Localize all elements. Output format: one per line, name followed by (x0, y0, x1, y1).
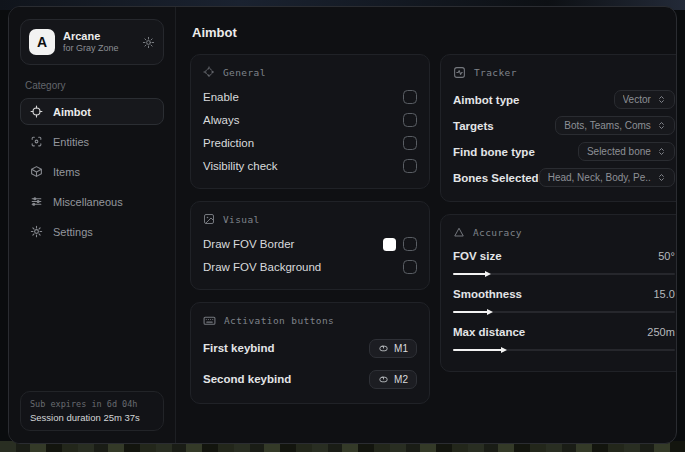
find-bone-type-dropdown[interactable]: Selected bone (578, 142, 675, 161)
sidebar-item-label: Settings (53, 226, 93, 238)
first-keybind-button[interactable]: M1 (369, 339, 417, 358)
row-label: Draw FOV Border (203, 238, 294, 250)
dropdown-value: Vector (623, 94, 651, 105)
toggle-row-enable: Enable (203, 86, 417, 108)
app-logo: A (29, 29, 55, 55)
app-window: A Arcane for Gray Zone Category Aimbot (8, 6, 677, 444)
crosshair-icon (30, 105, 43, 118)
accuracy-card-header: Accuracy (453, 226, 675, 238)
dropdown-row-aimbot-type: Aimbot type Vector (453, 87, 675, 112)
prediction-checkbox[interactable] (403, 136, 417, 150)
sidebar-item-settings[interactable]: Settings (20, 218, 164, 245)
triangle-icon (453, 226, 465, 238)
sidebar-item-label: Items (53, 166, 80, 178)
activation-buttons-card: Activation buttons First keybind M1 Seco… (190, 302, 430, 404)
fov-size-slider[interactable] (453, 273, 675, 275)
mouse-icon (378, 374, 389, 385)
draw-fov-border-checkbox[interactable] (403, 237, 417, 251)
sidebar-item-entities[interactable]: Entities (20, 128, 164, 155)
row-label: Second keybind (203, 373, 291, 385)
general-card: General Enable Always Prediction (190, 54, 430, 189)
crosshair-dotted-icon (203, 66, 215, 78)
smoothness-slider[interactable] (453, 311, 675, 313)
chevron-up-down-icon (657, 121, 666, 130)
sidebar-item-items[interactable]: Items (20, 158, 164, 185)
scan-icon (30, 135, 43, 148)
max-distance-slider[interactable] (453, 349, 675, 351)
cube-icon (30, 165, 43, 178)
aimbot-type-dropdown[interactable]: Vector (614, 90, 675, 109)
chevron-up-down-icon (657, 173, 666, 182)
chevron-up-down-icon (657, 147, 666, 156)
row-label: Draw FOV Background (203, 261, 321, 273)
slider-value: 250m (647, 326, 675, 338)
chevron-up-down-icon (657, 95, 666, 104)
slider-fill (453, 349, 502, 351)
row-label: Find bone type (453, 146, 535, 158)
slider-block-smoothness: Smoothness 15.0 (453, 284, 675, 313)
activity-icon (453, 66, 466, 79)
sidebar: A Arcane for Gray Zone Category Aimbot (9, 7, 176, 443)
page-title: Aimbot (192, 25, 662, 40)
second-keybind-button[interactable]: M2 (369, 370, 417, 389)
tracker-card: Tracker Aimbot type Vector Targets (440, 54, 676, 202)
targets-dropdown[interactable]: Bots, Teams, Coms (555, 116, 675, 135)
card-title: Activation buttons (224, 315, 334, 326)
mouse-icon (378, 343, 389, 354)
general-card-header: General (203, 66, 417, 78)
tracker-card-header: Tracker (453, 66, 675, 79)
draw-fov-background-checkbox[interactable] (403, 260, 417, 274)
card-title: General (223, 67, 266, 78)
app-subtitle: for Gray Zone (63, 43, 134, 54)
row-label: First keybind (203, 342, 275, 354)
dropdown-row-bones-selected: Bones Selected Head, Neck, Body, Pe.. (453, 165, 675, 190)
accuracy-card: Accuracy FOV size 50° Smoothness (440, 214, 676, 372)
category-label: Category (25, 80, 164, 91)
dropdown-row-targets: Targets Bots, Teams, Coms (453, 113, 675, 138)
activation-card-header: Activation buttons (203, 314, 417, 327)
always-checkbox[interactable] (403, 113, 417, 127)
fov-border-color-swatch[interactable] (383, 238, 396, 251)
sliders-icon (30, 195, 43, 208)
sidebar-item-label: Aimbot (53, 106, 91, 118)
keybind-row-first: First keybind M1 (203, 335, 417, 361)
card-title: Visual (223, 214, 260, 225)
toggle-row-draw-fov-background: Draw FOV Background (203, 256, 417, 278)
row-label: Aimbot type (453, 94, 519, 106)
slider-label: FOV size (453, 250, 502, 262)
subscription-info-box: Sub expires in 6d 04h Session duration 2… (20, 391, 164, 431)
slider-value: 15.0 (653, 288, 674, 300)
keybind-value: M2 (394, 374, 408, 385)
card-title: Tracker (474, 67, 517, 78)
row-label: Bones Selected (453, 172, 539, 184)
sidebar-item-label: Miscellaneous (53, 196, 123, 208)
row-label: Prediction (203, 137, 254, 149)
sub-expires-text: Sub expires in 6d 04h (30, 399, 154, 409)
row-label: Targets (453, 120, 494, 132)
row-label: Always (203, 114, 239, 126)
slider-block-fov-size: FOV size 50° (453, 246, 675, 275)
gear-icon[interactable] (142, 36, 155, 49)
dropdown-value: Head, Neck, Body, Pe.. (548, 172, 651, 183)
app-title: Arcane (63, 30, 134, 44)
slider-value: 50° (658, 250, 675, 262)
visibility-check-checkbox[interactable] (403, 159, 417, 173)
keyboard-icon (203, 314, 216, 327)
enable-checkbox[interactable] (403, 90, 417, 104)
card-title: Accuracy (473, 227, 522, 238)
sidebar-item-aimbot[interactable]: Aimbot (20, 98, 164, 125)
toggle-row-draw-fov-border: Draw FOV Border (203, 233, 417, 255)
toggle-row-prediction: Prediction (203, 132, 417, 154)
slider-block-max-distance: Max distance 250m (453, 322, 675, 351)
bones-selected-dropdown[interactable]: Head, Neck, Body, Pe.. (539, 168, 675, 187)
sidebar-item-miscellaneous[interactable]: Miscellaneous (20, 188, 164, 215)
slider-fill (453, 311, 488, 313)
app-meta: Arcane for Gray Zone (63, 30, 134, 55)
sidebar-item-label: Entities (53, 136, 89, 148)
visual-card: Visual Draw FOV Border Draw FOV Backgrou… (190, 201, 430, 290)
sidebar-nav: Aimbot Entities Items Miscellaneous (20, 98, 164, 245)
row-label: Enable (203, 91, 239, 103)
image-icon (203, 213, 215, 225)
session-duration-text: Session duration 25m 37s (30, 412, 154, 423)
dropdown-value: Selected bone (587, 146, 651, 157)
